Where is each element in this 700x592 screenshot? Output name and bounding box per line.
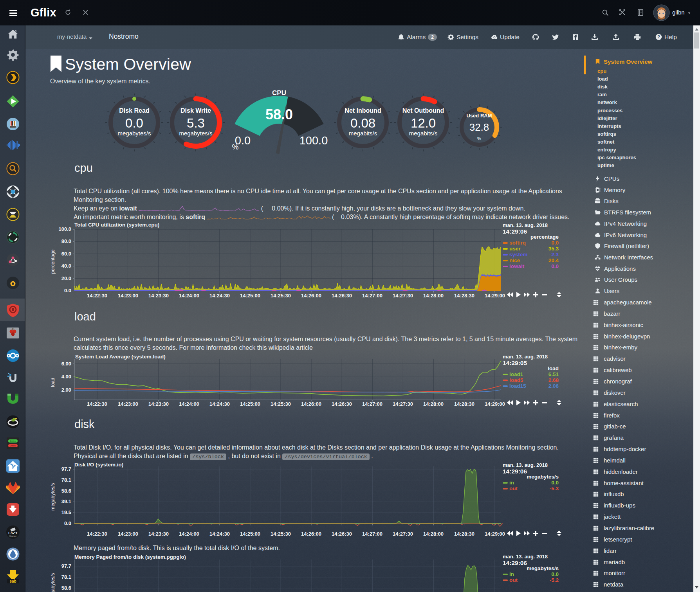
svg-text:Offline: Offline [10,444,16,447]
svg-text:Online: Online [10,440,16,442]
svg-text:LAZY: LAZY [8,531,18,535]
svg-text:sab: sab [9,579,16,583]
svg-text:librarian: librarian [9,535,16,537]
svg-text:?: ? [657,34,660,39]
